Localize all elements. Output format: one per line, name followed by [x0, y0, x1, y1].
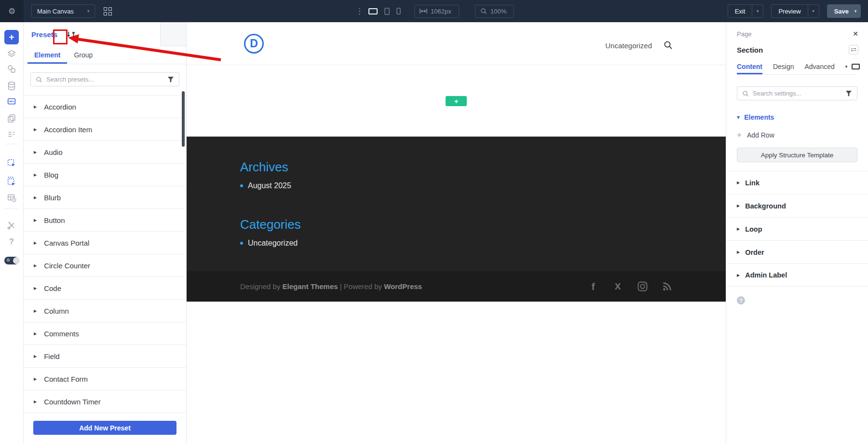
history-table-button[interactable] — [0, 193, 23, 203]
tab-element[interactable]: Element — [27, 46, 67, 64]
categories-link[interactable]: Uncategorized — [248, 239, 298, 248]
tablet-icon — [384, 8, 390, 15]
elements-group-header[interactable]: ▼ Elements — [737, 113, 857, 121]
preset-row-comments[interactable]: ▶Comments — [24, 322, 186, 345]
instagram-icon[interactable] — [637, 281, 648, 292]
settings-tabs: Content Design Advanced ▾ — [737, 58, 857, 75]
presets-search-input[interactable] — [46, 76, 163, 83]
preset-row-countdown-timer[interactable]: ▶Countdown Timer — [24, 390, 186, 413]
group-label: Admin Label — [745, 271, 787, 279]
nav-item-uncategorized[interactable]: Uncategorized — [605, 42, 652, 50]
archives-link[interactable]: August 2025 — [248, 181, 291, 190]
design-library-button[interactable] — [0, 64, 23, 74]
preset-row-button[interactable]: ▶Button — [24, 209, 186, 232]
presets-panel-button-active[interactable] — [0, 96, 23, 107]
preset-row-label: Accordion Item — [44, 125, 92, 134]
preview-button[interactable]: Preview ▾ — [771, 4, 819, 18]
panel-title: Section — [737, 46, 763, 54]
site-search-icon[interactable] — [664, 41, 673, 50]
footer-widgets-section[interactable]: Archives August 2025 Categories Uncatego… — [187, 137, 726, 271]
tab-content[interactable]: Content — [737, 58, 762, 74]
elegant-themes-link[interactable]: Elegant Themes — [283, 282, 338, 291]
tab-advanced[interactable]: Advanced — [804, 58, 834, 74]
tab-group[interactable]: Group — [67, 46, 99, 64]
preset-row-column[interactable]: ▶Column — [24, 300, 186, 322]
preset-row-label: Circle Counter — [44, 262, 90, 270]
preset-row-label: Column — [44, 307, 69, 315]
presets-panel-header: Presets ↓↑ — [24, 22, 186, 46]
group-link[interactable]: ▶Link — [726, 171, 868, 194]
preview-dropdown-chevron-icon[interactable]: ▾ — [808, 5, 819, 17]
add-new-preset-button[interactable]: Add New Preset — [33, 421, 176, 435]
preset-row-accordion[interactable]: ▶Accordion — [24, 96, 186, 118]
canvas-select-value: Main Canvas — [37, 8, 74, 15]
wordpress-link[interactable]: WordPress — [384, 282, 422, 291]
preset-row-blog[interactable]: ▶Blog — [24, 164, 186, 186]
search-icon — [742, 90, 749, 97]
caret-right-icon: ▶ — [34, 400, 37, 404]
site-logo[interactable]: D — [244, 34, 264, 54]
select-mode-button[interactable] — [0, 158, 23, 168]
sort-presets-icon[interactable]: ↓↑ — [64, 29, 77, 40]
preview-label: Preview — [772, 5, 807, 17]
database-button[interactable] — [0, 81, 23, 91]
chevron-down-icon[interactable]: ▾ — [845, 64, 848, 69]
social-icons: f X — [588, 281, 672, 292]
help-button[interactable]: ? — [0, 237, 23, 246]
tablet-view-button[interactable] — [384, 8, 390, 15]
preset-row-label: Accordion — [44, 103, 76, 111]
canvas-width-input[interactable] — [431, 8, 454, 15]
preset-row-code[interactable]: ▶Code — [24, 277, 186, 300]
widget-title-archives: Archives — [240, 160, 291, 175]
add-row-button[interactable]: + Add Row — [737, 131, 857, 139]
preset-row-field[interactable]: ▶Field — [24, 345, 186, 368]
desktop-view-button[interactable] — [368, 8, 378, 14]
group-admin-label[interactable]: ▶Admin Label — [726, 263, 868, 287]
group-background[interactable]: ▶Background — [726, 194, 868, 217]
layout-grid-icon[interactable] — [104, 7, 112, 15]
multi-select-mode-button[interactable] — [0, 176, 23, 186]
builder-canvas[interactable]: D Uncategorized + Archives August 2025 C… — [187, 22, 726, 443]
section-presets-button[interactable] — [849, 45, 858, 55]
layers-button[interactable] — [0, 49, 23, 59]
help-circle-icon[interactable]: ? — [737, 296, 745, 305]
add-module-button[interactable]: + — [0, 30, 23, 44]
caret-right-icon: ▶ — [737, 180, 740, 185]
facebook-icon[interactable]: f — [588, 281, 598, 292]
settings-search-input[interactable] — [753, 90, 841, 97]
exit-dropdown-chevron-icon[interactable]: ▾ — [752, 5, 763, 17]
save-dropdown-chevron-icon[interactable]: ▾ — [851, 5, 860, 17]
breadcrumb[interactable]: Page — [737, 30, 751, 38]
builder-mode-toggle[interactable]: ⚙ — [0, 257, 23, 264]
rss-icon[interactable] — [662, 281, 672, 292]
filter-funnel-icon[interactable] — [845, 90, 852, 97]
exit-button[interactable]: Exit ▾ — [728, 4, 764, 18]
preset-row-circle-counter[interactable]: ▶Circle Counter — [24, 254, 186, 277]
gear-icon[interactable]: ⚙ — [8, 7, 15, 15]
preset-row-contact-form[interactable]: ▶Contact Form — [24, 368, 186, 390]
apply-structure-template-button[interactable]: Apply Structure Template — [737, 148, 857, 162]
group-loop[interactable]: ▶Loop — [726, 217, 868, 240]
group-order[interactable]: ▶Order — [726, 240, 868, 263]
more-options-icon[interactable] — [359, 8, 360, 15]
toggle-knob — [13, 257, 20, 264]
tools-button[interactable] — [0, 220, 23, 231]
tab-design[interactable]: Design — [773, 58, 794, 74]
caret-right-icon: ▶ — [34, 354, 37, 359]
rows-list-button[interactable] — [0, 129, 23, 139]
canvas-select-dropdown[interactable]: Main Canvas ▾ — [31, 4, 95, 18]
x-twitter-icon[interactable]: X — [612, 281, 623, 292]
canvas-zoom-input[interactable] — [490, 8, 509, 15]
preset-row-blurb[interactable]: ▶Blurb — [24, 186, 186, 209]
panel-scrollbar[interactable] — [182, 91, 185, 147]
add-section-button[interactable]: + — [446, 96, 467, 106]
copy-pages-button[interactable] — [0, 113, 23, 124]
preset-row-canvas-portal[interactable]: ▶Canvas Portal — [24, 232, 186, 254]
save-button[interactable]: Save ▾ — [827, 4, 861, 18]
preset-row-audio[interactable]: ▶Audio — [24, 141, 186, 164]
close-icon[interactable]: ✕ — [853, 30, 858, 38]
preset-row-accordion-item[interactable]: ▶Accordion Item — [24, 118, 186, 141]
responsive-desktop-icon[interactable] — [852, 64, 860, 69]
phone-view-button[interactable] — [396, 8, 401, 14]
filter-funnel-icon[interactable] — [167, 76, 174, 83]
